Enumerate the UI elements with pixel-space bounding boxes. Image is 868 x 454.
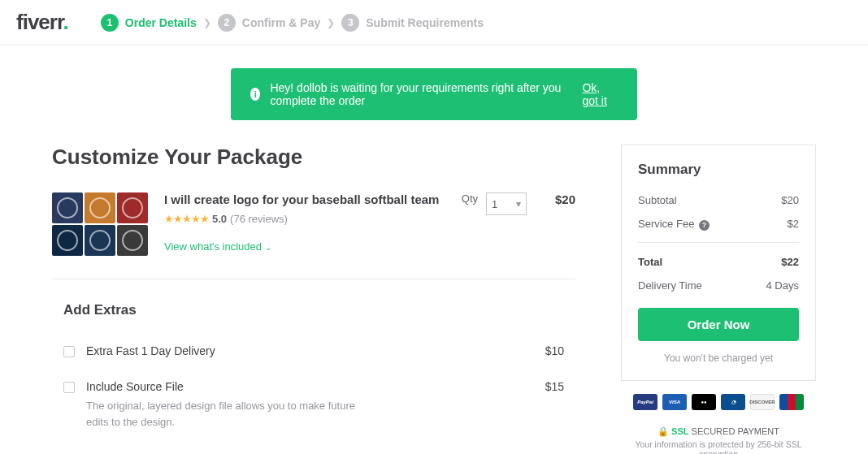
ssl-subtext: Your information is protected by 256-bit… xyxy=(621,439,816,455)
delivery-value: 4 Days xyxy=(766,279,799,292)
extra-row: Include Source File The original, layere… xyxy=(52,369,575,441)
step-order-details[interactable]: 1 Order Details xyxy=(101,14,197,32)
extra-description: The original, layered design file allows… xyxy=(86,398,379,430)
rating-value: 5.0 xyxy=(212,213,227,225)
banner-dismiss-link[interactable]: Ok, got it xyxy=(582,81,618,107)
banner-text: Hey! dollob is waiting for your requirem… xyxy=(270,81,572,107)
chevron-down-icon: ⌄ xyxy=(265,243,271,252)
gig-price: $20 xyxy=(543,192,575,256)
review-count: (76 reviews) xyxy=(230,213,288,225)
mastercard-icon: ●● xyxy=(692,394,716,410)
extra-price: $10 xyxy=(532,344,564,357)
gig-title: I will create logo for your baseball sof… xyxy=(164,192,445,206)
help-icon[interactable]: ? xyxy=(699,220,710,231)
extra-row: Extra Fast 1 Day Delivery $10 xyxy=(52,333,575,369)
thumbnail-image xyxy=(85,192,115,223)
info-icon: i xyxy=(250,88,260,101)
step-confirm-pay: 2 Confirm & Pay xyxy=(218,14,320,32)
extra-name: Include Source File xyxy=(86,380,520,393)
extra-checkbox[interactable] xyxy=(63,382,75,393)
chevron-right-icon: ❯ xyxy=(203,17,211,28)
gig-row: I will create logo for your baseball sof… xyxy=(52,192,575,279)
jcb-icon xyxy=(779,394,804,410)
thumbnail-image xyxy=(52,225,83,256)
step-label: Confirm & Pay xyxy=(242,16,320,29)
summary-title: Summary xyxy=(638,162,799,178)
lock-icon: 🔒 xyxy=(658,426,669,436)
star-icon: ★★★★★ xyxy=(164,213,209,225)
qty-label: Qty xyxy=(462,192,478,205)
extra-checkbox[interactable] xyxy=(63,346,75,357)
visa-icon: VISA xyxy=(662,394,687,410)
thumbnail-image xyxy=(85,225,115,256)
chevron-right-icon: ❯ xyxy=(327,17,335,28)
paypal-icon: PayPal xyxy=(633,394,658,410)
discover-icon: DISCOVER xyxy=(750,394,775,410)
order-now-button[interactable]: Order Now xyxy=(638,308,799,341)
step-number: 3 xyxy=(341,14,359,32)
diners-icon: ◔ xyxy=(721,394,745,410)
thumbnail-image xyxy=(117,225,148,256)
extra-name: Extra Fast 1 Day Delivery xyxy=(86,344,520,357)
gig-rating: ★★★★★ 5.0 (76 reviews) xyxy=(164,213,445,225)
delivery-label: Delivery Time xyxy=(638,279,702,292)
thumbnail-image xyxy=(52,192,83,223)
step-label: Submit Requirements xyxy=(366,16,484,29)
extras-heading: Add Extras xyxy=(52,302,575,318)
info-banner: i Hey! dollob is waiting for your requir… xyxy=(231,68,637,120)
step-number: 2 xyxy=(218,14,236,32)
fee-value: $2 xyxy=(788,218,799,231)
subtotal-label: Subtotal xyxy=(638,194,677,206)
total-label: Total xyxy=(638,256,662,268)
fee-label: Service Fee ? xyxy=(638,218,710,231)
extra-price: $15 xyxy=(532,380,564,393)
step-label: Order Details xyxy=(125,16,197,29)
charge-note: You won't be charged yet xyxy=(638,352,799,364)
subtotal-value: $20 xyxy=(781,194,799,206)
checkout-steps: 1 Order Details ❯ 2 Confirm & Pay ❯ 3 Su… xyxy=(101,14,484,32)
ssl-badge: 🔒 SSL SECURED PAYMENT xyxy=(621,426,816,437)
payment-methods: PayPal VISA ●● ◔ DISCOVER xyxy=(621,394,816,410)
step-number: 1 xyxy=(101,14,119,32)
total-value: $22 xyxy=(781,256,799,268)
order-summary: Summary Subtotal $20 Service Fee ? $2 To… xyxy=(621,145,816,381)
step-submit-requirements: 3 Submit Requirements xyxy=(341,14,484,32)
whats-included-link[interactable]: View what's included ⌄ xyxy=(164,240,271,253)
qty-select[interactable]: 1 xyxy=(486,192,527,215)
brand-logo[interactable]: fiverr. xyxy=(16,10,68,35)
thumbnail-image xyxy=(117,192,148,223)
page-title: Customize Your Package xyxy=(52,145,575,170)
gig-thumbnails xyxy=(52,192,148,256)
